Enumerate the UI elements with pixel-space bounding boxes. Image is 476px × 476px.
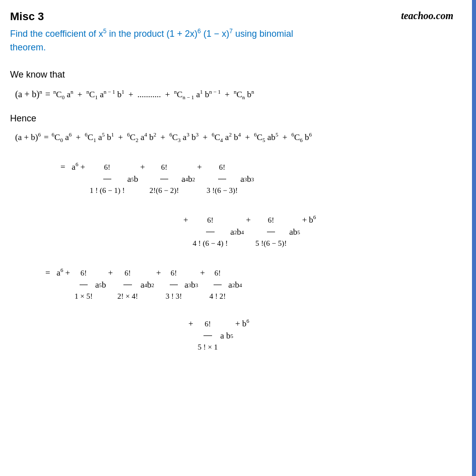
term-s-b6: b6 bbox=[242, 311, 249, 336]
expansion-rhs-line1: 6C0 a6 + 6C1 a5 b1 + 6C2 a4 b2 + 6C3 a3 … bbox=[52, 129, 312, 146]
term-a5b: 6! 1 ! (6 − 1) ! a5 b bbox=[87, 156, 138, 202]
plus-5: + bbox=[183, 207, 188, 233]
binomial-formula: (a + b)n = nC0 an + nC1 an − 1 b1 + ....… bbox=[10, 85, 461, 103]
plus-s2: + bbox=[108, 260, 113, 286]
plus-s6: + bbox=[235, 311, 240, 336]
term-a4b2: 6! 2!(6 − 2)! a4 b2 bbox=[147, 156, 195, 202]
expansion-block: (a + b)6 = 6C0 a6 + 6C1 a5 b1 + 6C2 a4 b… bbox=[10, 129, 461, 359]
plus-7: + bbox=[302, 207, 307, 233]
equals-2: = bbox=[44, 129, 49, 146]
term-s-a4b2: 6! 2! × 4! a4 b2 bbox=[115, 262, 154, 308]
term-b6: b6 bbox=[309, 207, 316, 233]
formula-lhs: (a + b)n bbox=[15, 85, 42, 103]
term-s-a3b3: 6! 3 ! 3! a3 b3 bbox=[163, 262, 198, 308]
plus-2: + bbox=[80, 154, 85, 180]
section-we-know-that: We know that bbox=[10, 70, 461, 80]
term-s-ab5: 6! 5 ! × 1 a b5 bbox=[195, 313, 234, 359]
page-title: Misc 3 bbox=[10, 10, 44, 23]
term-a3b3: 6! 3 !(6 − 3)! a3 b3 bbox=[204, 156, 254, 202]
plus-s3: + bbox=[156, 260, 161, 286]
equals-1: = bbox=[45, 85, 50, 103]
formula-rhs: nC0 an + nC1 an − 1 b1 + ........... + n… bbox=[53, 86, 254, 103]
term-s-a5b: 6! 1 × 5! a5 b bbox=[72, 262, 106, 308]
section-hence: Hence bbox=[10, 113, 461, 124]
eq-sign-4: = a6 bbox=[45, 260, 63, 286]
term-ab5: 6! 5 !(6 − 5)! ab5 bbox=[253, 209, 300, 255]
plus-6: + bbox=[246, 207, 251, 233]
header-row: Misc 3 teachoo.com bbox=[10, 10, 461, 23]
plus-s4: + bbox=[200, 260, 205, 286]
right-accent-bar bbox=[472, 0, 476, 476]
page-container: Misc 3 teachoo.com Find the coefficient … bbox=[0, 0, 476, 476]
plus-s5: + bbox=[188, 311, 193, 336]
term-s-a2b4: 6! 4 ! 2! a2 b4 bbox=[207, 262, 242, 308]
brand-logo: teachoo.com bbox=[401, 10, 453, 22]
plus-3: + bbox=[140, 154, 145, 180]
eq-sign-3: = a6 bbox=[60, 154, 78, 180]
plus-4: + bbox=[197, 154, 202, 180]
problem-statement: Find the coefficient of x5 in the produc… bbox=[10, 27, 461, 54]
term-a2b4: 6! 4 ! (6 − 4) ! a2 b4 bbox=[190, 209, 244, 255]
plus-s1: + bbox=[65, 260, 70, 286]
expansion-lhs: (a + b)6 bbox=[15, 129, 41, 146]
